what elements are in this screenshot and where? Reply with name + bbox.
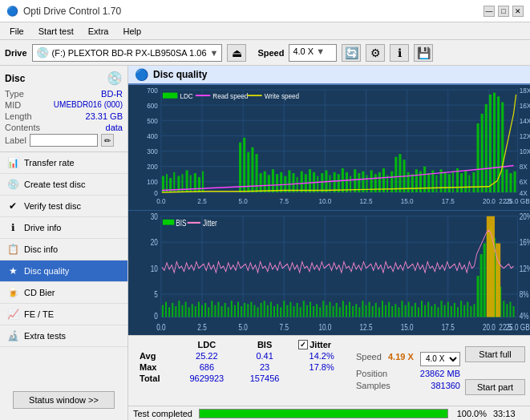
sidebar-label-disc-quality: Disc quality [24,266,69,276]
sidebar-item-drive-info[interactable]: ℹ Drive info [0,217,127,239]
svg-text:500: 500 [147,116,158,125]
svg-text:10X: 10X [520,147,530,156]
sidebar-item-disc-info[interactable]: 📋 Disc info [0,239,127,260]
chart-bis: 30 20 10 5 0 20% 16% 12% 8% 4% [128,211,530,336]
menu-extra[interactable]: Extra [82,25,115,38]
svg-rect-200 [267,305,269,317]
status-text: Test completed [133,409,192,418]
svg-text:12.5: 12.5 [360,197,373,206]
refresh-button[interactable]: 🔄 [342,44,361,62]
menu-start-test[interactable]: Start test [32,25,80,38]
sidebar-item-extra-tests[interactable]: 🔬 Extra tests [0,325,127,347]
drive-label: Drive [5,48,27,58]
total-bis: 157456 [237,373,292,384]
svg-rect-95 [394,157,397,192]
start-part-button[interactable]: Start part [465,379,525,395]
svg-text:10.0: 10.0 [318,321,331,331]
stats-bar: LDC BIS ✓ Jitter Avg [128,335,530,406]
svg-rect-63 [264,172,266,192]
save-button[interactable]: 💾 [414,44,433,62]
svg-rect-211 [303,301,305,317]
sidebar-item-fe-te[interactable]: 📈 FE / TE [0,304,127,325]
menu-file[interactable]: File [3,25,30,38]
sidebar-item-disc-quality[interactable]: ★ Disc quality [0,260,127,282]
samples-key: Samples [356,381,390,390]
avg-label: Avg [133,350,176,361]
svg-rect-199 [264,301,265,317]
speed-select[interactable]: 4.0 X ▼ [289,44,337,62]
status-window-button[interactable]: Status window >> [13,391,115,409]
svg-rect-241 [401,301,403,317]
chart-ldc: 700 600 500 400 300 200 100 0 18X 16X 14… [128,85,530,211]
disc-label-input[interactable] [30,134,98,147]
maximize-button[interactable]: □ [498,6,509,17]
col-header-ldc: LDC [176,339,237,350]
disc-type-val: BD-R [101,89,123,99]
svg-rect-74 [309,169,311,192]
avg-jitter: 14.2% [292,350,351,361]
settings-button[interactable]: ⚙ [366,44,385,62]
svg-rect-66 [276,174,278,192]
svg-rect-245 [415,302,416,317]
speed-info: Speed 4.19 X 4.0 X 2.0 X MAX Position 23… [356,339,460,402]
speed-select-dropdown[interactable]: 4.0 X 2.0 X MAX [420,352,460,366]
info-button[interactable]: ℹ [390,44,409,62]
svg-rect-261 [467,301,468,317]
svg-rect-70 [292,173,294,192]
speed-val-row: Speed 4.19 X 4.0 X 2.0 X MAX [356,352,460,366]
svg-rect-122 [505,169,508,192]
svg-rect-228 [358,307,360,317]
svg-text:20%: 20% [520,211,530,220]
close-button[interactable]: ✕ [512,6,524,17]
disc-mid-val: UMEBDR016 (000) [54,100,123,110]
disc-label-key: Label [5,135,26,145]
menu-help[interactable]: Help [116,25,148,38]
svg-rect-215 [316,304,318,317]
svg-rect-99 [411,174,414,192]
sidebar-item-create-test-disc[interactable]: 💿 Create test disc [0,174,127,196]
verify-test-disc-icon: ✔ [6,200,19,212]
position-val: 23862 MB [420,369,460,378]
svg-text:12X: 12X [520,131,530,140]
svg-rect-238 [391,305,393,317]
svg-rect-67 [280,172,282,192]
svg-text:4X: 4X [520,188,528,197]
svg-rect-213 [310,301,311,317]
sidebar-item-verify-test-disc[interactable]: ✔ Verify test disc [0,196,127,217]
start-full-button[interactable]: Start full [465,346,525,362]
svg-rect-223 [342,301,344,317]
drive-toolbar: Drive 💿 (F:) PLEXTOR BD-R PX-LB950SA 1.0… [0,40,530,66]
svg-text:2.5: 2.5 [197,321,206,331]
sidebar: Disc 💿 Type BD-R MID UMEBDR016 (000) Len… [0,66,128,420]
disc-length-val: 23.31 GB [86,111,123,121]
speed-value: 4.0 X [293,46,314,56]
speed-dropdown-icon: ▼ [316,46,325,56]
sidebar-item-cd-bier[interactable]: 🍺 CD Bier [0,282,127,304]
jitter-checkbox[interactable]: ✓ [298,340,308,349]
svg-rect-203 [277,304,278,317]
svg-text:15.0: 15.0 [401,321,414,331]
svg-rect-262 [470,305,471,317]
progress-bar-track [199,409,448,418]
eject-button[interactable]: ⏏ [227,44,246,62]
svg-text:7.5: 7.5 [280,321,289,331]
disc-label-edit-button[interactable]: ✏ [101,134,114,147]
svg-rect-62 [260,173,262,192]
svg-rect-176 [188,307,190,317]
speed-label: Speed [257,48,284,58]
svg-rect-181 [204,302,206,317]
svg-text:LDC: LDC [180,91,193,100]
sidebar-item-transfer-rate[interactable]: 📊 Transfer rate [0,152,127,174]
content-area: 🔵 Disc quality [128,66,530,420]
svg-rect-61 [255,154,257,192]
svg-rect-109 [452,172,454,192]
minimize-button[interactable]: — [483,6,495,17]
speed-current-val: 4.19 X [388,352,414,366]
svg-rect-218 [326,305,327,317]
svg-text:25.0 GB: 25.0 GB [506,197,530,206]
svg-rect-114 [472,172,475,192]
svg-rect-208 [293,305,295,317]
svg-text:0: 0 [154,188,158,197]
drive-select[interactable]: 💿 (F:) PLEXTOR BD-R PX-LB950SA 1.06 ▼ [32,44,223,62]
svg-rect-80 [334,172,336,192]
